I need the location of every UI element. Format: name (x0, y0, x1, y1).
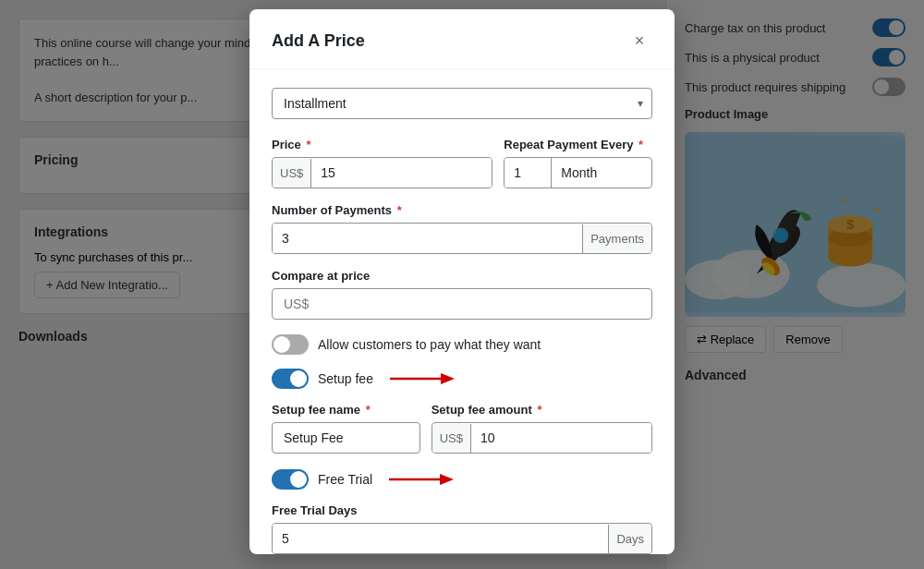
repeat-unit-select[interactable]: Day Week Month Year (551, 158, 623, 188)
num-payments-label: Number of Payments * (272, 203, 652, 217)
price-input[interactable] (311, 158, 492, 188)
num-payments-wrapper: Payments (272, 223, 652, 254)
setup-fee-amount-wrapper: US$ (432, 422, 652, 454)
svg-marker-20 (440, 474, 454, 485)
price-input-wrapper: US$ (272, 157, 492, 188)
svg-marker-18 (441, 373, 455, 384)
payments-suffix: Payments (582, 224, 651, 253)
free-trial-row: Free Trial (272, 468, 652, 490)
setup-fee-arrow (381, 368, 455, 390)
setup-fee-details-row: Setup fee name * Setup fee amount * US$ (272, 403, 652, 454)
setup-fee-amount-group: Setup fee amount * US$ (432, 403, 652, 454)
compare-price-label: Compare at price (272, 269, 652, 283)
close-icon: × (635, 31, 645, 51)
setup-fee-amount-label: Setup fee amount * (432, 403, 652, 417)
modal-close-button[interactable]: × (626, 28, 652, 54)
payment-type-wrapper: One-time Subscription Installment ▾ (272, 88, 652, 119)
modal-title: Add A Price (272, 31, 365, 51)
price-group: Price * US$ (272, 138, 492, 188)
days-suffix: Days (608, 525, 651, 553)
repeat-unit-wrapper: Day Week Month Year (551, 158, 623, 188)
setup-fee-currency: US$ (432, 424, 471, 453)
free-trial-toggle[interactable] (272, 469, 309, 490)
setup-fee-amount-required: * (537, 403, 541, 417)
price-currency: US$ (273, 159, 311, 188)
modal-header: Add A Price × (249, 9, 675, 69)
setup-fee-amount-input[interactable] (471, 423, 651, 453)
free-trial-arrow (380, 468, 454, 490)
free-trial-label: Free Trial (318, 472, 372, 487)
setup-fee-label: Setup fee (318, 371, 373, 386)
setup-fee-name-input[interactable] (272, 422, 420, 454)
num-payments-required: * (397, 203, 402, 217)
price-repeat-row: Price * US$ Repeat Payment Every * (272, 138, 652, 188)
setup-fee-name-group: Setup fee name * (272, 403, 420, 454)
repeat-value-input[interactable] (505, 158, 551, 188)
setup-fee-name-required: * (366, 403, 371, 417)
allow-customers-label: Allow customers to pay what they want (318, 337, 541, 352)
free-trial-days-label: Free Trial Days (272, 503, 652, 517)
repeat-label: Repeat Payment Every * (504, 138, 652, 151)
repeat-input-wrapper: Day Week Month Year (504, 157, 652, 188)
free-trial-days-input[interactable] (273, 524, 608, 553)
setup-fee-name-label: Setup fee name * (272, 403, 420, 417)
allow-customers-toggle[interactable] (272, 334, 309, 355)
add-price-modal: Add A Price × One-time Subscription Inst… (249, 9, 675, 554)
repeat-required: * (638, 138, 643, 151)
compare-price-group: Compare at price (272, 269, 652, 320)
price-label: Price * (272, 138, 492, 151)
allow-customers-row: Allow customers to pay what they want (272, 334, 652, 355)
setup-fee-row: Setup fee (272, 368, 652, 390)
price-required: * (306, 138, 310, 151)
repeat-group: Repeat Payment Every * Day Week Month Ye… (504, 138, 652, 188)
modal-overlay: Add A Price × One-time Subscription Inst… (0, 0, 924, 569)
payment-type-select[interactable]: One-time Subscription Installment (272, 88, 652, 119)
setup-fee-toggle[interactable] (272, 369, 309, 389)
num-payments-group: Number of Payments * Payments (272, 203, 652, 254)
free-trial-days-wrapper: Days (272, 523, 652, 554)
compare-price-input[interactable] (272, 288, 652, 320)
modal-body: One-time Subscription Installment ▾ Pric… (249, 69, 675, 554)
num-payments-input[interactable] (273, 224, 582, 253)
